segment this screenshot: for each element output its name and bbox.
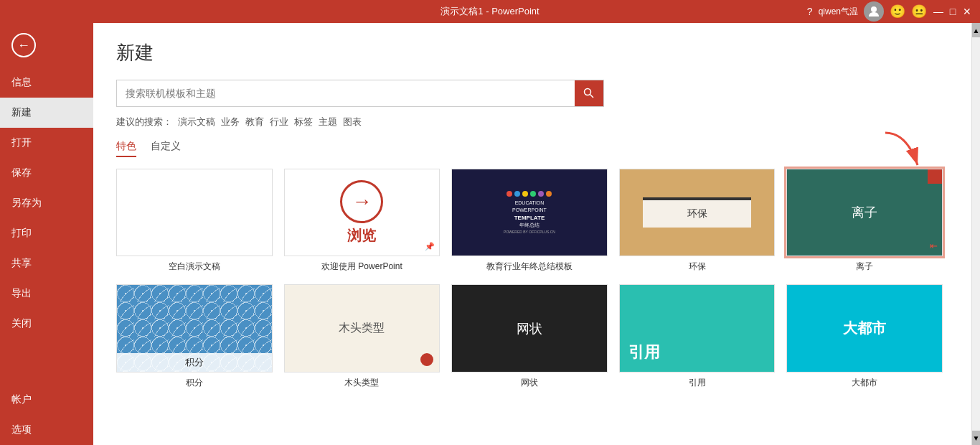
template-env-label: 环保 (619, 261, 776, 273)
tab-featured[interactable]: 特色 (116, 140, 136, 157)
sidebar-item-new[interactable]: 新建 (0, 98, 93, 128)
template-daduoshi-thumb: 大都市 (786, 284, 943, 372)
close-button[interactable]: ✕ (961, 6, 973, 17)
template-daduoshi-label: 大都市 (786, 377, 943, 389)
lizi-text: 离子 (852, 204, 877, 221)
suggestion-yewu[interactable]: 业务 (221, 116, 240, 128)
template-mutou-thumb: 木头类型 (284, 284, 440, 372)
sidebar-bottom: 帐户 选项 (0, 385, 93, 445)
suggestion-yanshi[interactable]: 演示文稿 (178, 116, 215, 128)
templates-grid: 空白演示文稿 → 浏览 📌 欢迎使用 PowerPoint (116, 169, 948, 389)
template-edu-thumb: EDUCATIONPOWERPOINTTEMPLATE年终总结 POWERED … (451, 169, 608, 256)
svg-point-0 (871, 6, 877, 12)
template-blank[interactable]: 空白演示文稿 (116, 169, 273, 273)
title-bar: 演示文稿1 - PowerPoint ? qiwen气温 🙂 😐 — □ ✕ (0, 0, 980, 23)
scroll-up-button[interactable]: ▲ (972, 23, 980, 37)
suggestions-row: 建议的搜索： 演示文稿 业务 教育 行业 标签 主题 图表 (116, 116, 948, 128)
search-button[interactable] (575, 80, 603, 106)
minimize-button[interactable]: — (933, 6, 944, 17)
pin-icon: 📌 (425, 242, 435, 251)
template-env[interactable]: 环保 环保 (619, 169, 776, 273)
svg-line-2 (590, 95, 594, 98)
edu-dots (507, 191, 552, 197)
suggestion-zhuti[interactable]: 主题 (319, 116, 337, 128)
edu-text: EDUCATIONPOWERPOINTTEMPLATE年终总结 (512, 200, 547, 229)
jifen-label: 积分 (117, 353, 272, 372)
tab-custom[interactable]: 自定义 (151, 140, 181, 157)
back-button[interactable]: ← (0, 23, 93, 67)
user-label: qiwen气温 (819, 6, 858, 18)
help-button[interactable]: ? (807, 6, 813, 17)
scroll-down-button[interactable]: ▼ (972, 431, 980, 445)
sidebar-item-open[interactable]: 打开 (0, 128, 93, 158)
suggestion-biaoqian[interactable]: 标签 (294, 116, 313, 128)
tabs-row: 特色 自定义 (116, 140, 948, 157)
suggestion-jiaoyu[interactable]: 教育 (245, 116, 264, 128)
svg-point-1 (585, 89, 591, 95)
template-welcome-thumb: → 浏览 📌 (284, 169, 440, 256)
template-jifen[interactable]: 积分 积分 (116, 284, 273, 388)
title-bar-right: ? qiwen气温 🙂 😐 — □ ✕ (807, 1, 973, 22)
lizi-pin-icon: ⇤ (930, 240, 938, 251)
suggestion-tubiao[interactable]: 图表 (343, 116, 362, 128)
template-blank-thumb (116, 169, 273, 256)
env-card: 环保 (643, 197, 751, 228)
sidebar-item-print[interactable]: 打印 (0, 218, 93, 248)
suggestion-hangye[interactable]: 行业 (270, 116, 288, 128)
maximize-button[interactable]: □ (947, 6, 958, 17)
sidebar: ← 信息 新建 打开 保存 另存为 打印 共享 导出 关闭 帐 (0, 23, 93, 445)
template-yinyong-label: 引用 (619, 377, 776, 389)
template-yinyong-thumb: 引用 (619, 284, 776, 372)
template-jifen-thumb: 积分 (116, 284, 273, 372)
sidebar-item-options[interactable]: 选项 (0, 415, 93, 445)
window-controls: — □ ✕ (933, 6, 973, 17)
template-jifen-label: 积分 (116, 377, 273, 389)
template-env-thumb: 环保 (619, 169, 776, 256)
lizi-flag (928, 169, 942, 184)
template-daduoshi[interactable]: 大都市 大都市 (786, 284, 943, 388)
template-wangzhuang-label: 网状 (451, 377, 608, 389)
emoji-smile[interactable]: 🙂 (890, 4, 905, 19)
back-circle-icon: ← (11, 33, 36, 57)
sidebar-item-info[interactable]: 信息 (0, 67, 93, 98)
template-edu-label: 教育行业年终总结模板 (451, 261, 608, 273)
template-welcome-label: 欢迎使用 PowerPoint (284, 261, 440, 273)
env-label: 环保 (650, 207, 744, 220)
daduoshi-text: 大都市 (843, 319, 886, 338)
mutou-text: 木头类型 (339, 321, 385, 336)
template-yinyong[interactable]: 引用 引用 (619, 284, 776, 388)
main-layout: ← 信息 新建 打开 保存 另存为 打印 共享 导出 关闭 帐 (0, 23, 980, 445)
sidebar-item-saveas[interactable]: 另存为 (0, 188, 93, 218)
search-input[interactable] (117, 82, 575, 105)
sidebar-item-export[interactable]: 导出 (0, 278, 93, 309)
template-edu[interactable]: EDUCATIONPOWERPOINTTEMPLATE年终总结 POWERED … (451, 169, 608, 273)
template-lizi-thumb: 离子 ⇤ (786, 169, 943, 256)
suggestions-label: 建议的搜索： (116, 116, 172, 128)
template-blank-label: 空白演示文稿 (116, 261, 273, 273)
template-lizi-label: 离子 (786, 261, 943, 273)
emoji-meh[interactable]: 😐 (911, 4, 927, 19)
welcome-text: 浏览 (347, 226, 376, 245)
window-title: 演示文稿1 - PowerPoint (440, 5, 539, 18)
scrollbar[interactable]: ▲ ▼ (971, 23, 980, 445)
template-mutou[interactable]: 木头类型 木头类型 (284, 284, 440, 388)
template-mutou-label: 木头类型 (284, 377, 440, 389)
content-area: 新建 建议的搜索： 演示文稿 业务 教育 行业 标签 主题 图表 特色 自定义 (93, 23, 971, 445)
template-lizi[interactable]: 离子 ⇤ 离子 (786, 169, 943, 273)
sidebar-item-close[interactable]: 关闭 (0, 309, 93, 339)
sidebar-item-account[interactable]: 帐户 (0, 385, 93, 415)
page-title: 新建 (116, 40, 948, 65)
template-wangzhuang-thumb: 网状 (451, 284, 608, 372)
user-avatar[interactable] (864, 1, 884, 22)
sidebar-item-share[interactable]: 共享 (0, 248, 93, 278)
sidebar-item-save[interactable]: 保存 (0, 158, 93, 188)
search-bar (116, 80, 604, 107)
yinyong-text: 引用 (628, 342, 660, 363)
mutou-seal (420, 353, 433, 366)
template-welcome[interactable]: → 浏览 📌 欢迎使用 PowerPoint (284, 169, 440, 273)
welcome-arrow-icon: → (340, 180, 383, 223)
wangzhuang-text: 网状 (517, 320, 542, 337)
template-wangzhuang[interactable]: 网状 网状 (451, 284, 608, 388)
